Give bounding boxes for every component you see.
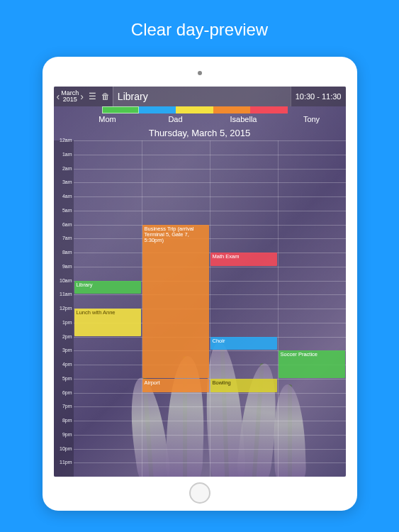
swatch-orange[interactable] xyxy=(213,106,250,113)
hour-label: 4am xyxy=(54,194,72,199)
menu-icon[interactable]: ☰ xyxy=(86,87,99,106)
column-header[interactable]: Mom xyxy=(74,115,142,128)
hour-label: 1am xyxy=(54,152,72,157)
trash-icon[interactable]: 🗑 xyxy=(99,87,113,106)
hour-label: 3pm xyxy=(54,348,72,353)
column-header[interactable]: Tony xyxy=(278,115,346,128)
hour-label: 12am xyxy=(54,138,72,143)
grid-column-line xyxy=(210,140,210,477)
calendar-event[interactable]: Lunch with Anne xyxy=(74,309,141,336)
column-header[interactable]: Dad xyxy=(142,115,210,128)
date-title: Thursday, March 5, 2015 xyxy=(54,128,346,138)
hour-label: 12pm xyxy=(54,306,72,311)
grid-body[interactable]: Business Trip (arrival Terminal 5, Gate … xyxy=(74,140,346,477)
ipad-frame: ‹ March 2015 › ☰ 🗑 Library 10:30 - 11:30… xyxy=(43,57,357,511)
hour-label: 4pm xyxy=(54,362,72,367)
hour-label: 2am xyxy=(54,166,72,171)
column-header[interactable]: Isabella xyxy=(210,115,278,128)
ipad-home-button[interactable] xyxy=(189,482,210,504)
app-screen: ‹ March 2015 › ☰ 🗑 Library 10:30 - 11:30… xyxy=(54,87,346,477)
color-swatch-row xyxy=(102,106,288,113)
calendar-event[interactable]: Bowling xyxy=(210,379,277,392)
hour-label: 2pm xyxy=(54,334,72,339)
hour-label: 7am xyxy=(54,235,72,240)
grid-column-line xyxy=(278,140,279,477)
event-title-input[interactable]: Library xyxy=(113,87,291,106)
hour-label: 5am xyxy=(54,208,72,213)
time-column: 12am1am2am3am4am5am6am7am8am9am10am11am1… xyxy=(54,140,74,477)
hour-label: 7pm xyxy=(54,404,72,409)
calendar-event[interactable]: Math Exam xyxy=(210,253,277,266)
hour-label: 3am xyxy=(54,179,72,184)
hour-label: 8am xyxy=(54,250,72,255)
hour-label: 11am xyxy=(54,292,72,297)
calendar-event[interactable]: Business Trip (arrival Terminal 5, Gate … xyxy=(142,225,209,378)
hour-label: 11pm xyxy=(54,460,72,465)
calendar-event[interactable]: Choir xyxy=(210,337,277,350)
hour-label: 1pm xyxy=(54,320,72,325)
hour-label: 6pm xyxy=(54,390,72,395)
month-label[interactable]: March 2015 xyxy=(61,90,79,103)
day-grid[interactable]: 12am1am2am3am4am5am6am7am8am9am10am11am1… xyxy=(54,140,346,477)
hour-label: 9pm xyxy=(54,432,72,437)
hour-label: 8pm xyxy=(54,418,72,423)
year-text: 2015 xyxy=(63,96,77,103)
top-toolbar: ‹ March 2015 › ☰ 🗑 Library 10:30 - 11:30 xyxy=(54,87,346,106)
next-month-button[interactable]: › xyxy=(80,92,84,101)
hour-label: 10pm xyxy=(54,446,72,451)
swatch-blue[interactable] xyxy=(139,106,176,113)
column-headers: Mom Dad Isabella Tony xyxy=(74,115,346,128)
hour-label: 5pm xyxy=(54,376,72,381)
ipad-camera xyxy=(198,71,202,75)
event-time-range[interactable]: 10:30 - 11:30 xyxy=(291,87,346,106)
calendar-event[interactable]: Airport xyxy=(142,379,209,392)
swatch-red[interactable] xyxy=(250,106,287,113)
calendar-event[interactable]: Library xyxy=(74,281,141,294)
hour-label: 6am xyxy=(54,222,72,227)
hour-label: 10am xyxy=(54,278,72,283)
hour-label: 9am xyxy=(54,264,72,269)
swatch-green[interactable] xyxy=(102,106,139,113)
promo-title: Clear day-preview xyxy=(0,0,399,57)
calendar-event[interactable]: Soccer Practice xyxy=(279,350,345,378)
swatch-yellow[interactable] xyxy=(176,106,213,113)
prev-month-button[interactable]: ‹ xyxy=(57,92,60,101)
